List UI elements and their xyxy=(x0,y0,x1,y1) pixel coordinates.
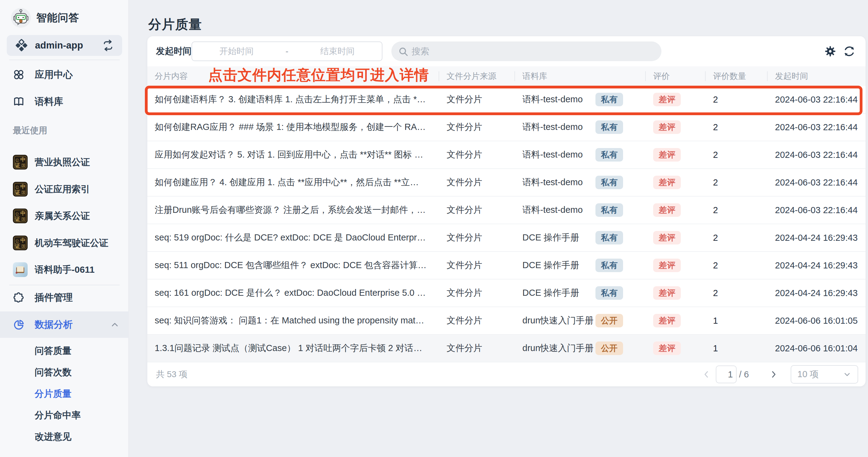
sidebar-item-label: 插件管理 xyxy=(35,291,73,304)
svg-text:国: 国 xyxy=(22,190,26,195)
corpus-cell: DCE 操作手册私有 xyxy=(515,231,646,245)
recent-section-label: 最近使用 xyxy=(13,125,47,136)
svg-text:公: 公 xyxy=(16,239,19,243)
chunk-source-cell: 文件分片 xyxy=(439,342,515,354)
chevron-up-icon[interactable] xyxy=(110,320,120,330)
chunk-content-cell[interactable]: 如何创建语料库？ 3. 创建语料库 1. 点击左上角打开主菜单，点击 **智能问… xyxy=(147,93,439,106)
divider xyxy=(9,60,120,60)
recent-item-label: 语料助手-0611 xyxy=(35,263,95,276)
page-number-input[interactable] xyxy=(716,366,737,383)
corpus-name: DCE 操作手册 xyxy=(522,232,595,244)
puzzle-icon xyxy=(13,292,25,304)
submenu-item-4[interactable]: 分片命中率 xyxy=(35,409,81,422)
corpus-cell: 语料-test-demo私有 xyxy=(515,148,646,162)
date-range-picker[interactable]: 开始时间 - 结束时间 xyxy=(191,41,382,61)
page-total-label: / 6 xyxy=(739,369,749,380)
recent-item[interactable]: 中 公 证 国 营业执照公证 xyxy=(0,149,129,176)
table-row[interactable]: seq: 511 orgDoc: DCE 包含哪些组件？ extDoc: DCE… xyxy=(147,252,866,280)
rating-badge: 差评 xyxy=(653,120,681,134)
start-time-cell: 2024-06-03 22:16:44 xyxy=(768,205,866,215)
column-header: 发起时间 xyxy=(768,70,866,82)
previous-page-icon[interactable] xyxy=(702,370,711,379)
corpus-cell: 语料-test-demo私有 xyxy=(515,203,646,217)
rating-cell: 差评 xyxy=(646,93,706,106)
page-size-select[interactable]: 10 项 xyxy=(790,365,858,383)
corpus-name: 语料-test-demo xyxy=(522,204,595,216)
visibility-badge: 私有 xyxy=(595,259,623,272)
svg-text:证: 证 xyxy=(15,163,20,168)
chunk-content-cell[interactable]: seq: 519 orgDoc: 什么是 DCE? extDoc: DCE 是 … xyxy=(147,232,439,244)
search-box xyxy=(391,41,661,61)
rating-badge: 差评 xyxy=(653,259,681,272)
svg-text:国: 国 xyxy=(22,163,26,168)
chunk-content-cell[interactable]: seq: 511 orgDoc: DCE 包含哪些组件？ extDoc: DCE… xyxy=(147,259,439,272)
table-row[interactable]: 应用如何发起对话？ 5. 对话 1. 回到应用中心，点击 **对话** 图标 <… xyxy=(147,141,866,169)
chunk-content-cell[interactable]: 如何创建应用？ 4. 创建应用 1. 点击 **应用中心**，然后点击 **立即… xyxy=(147,176,439,189)
rating-cell: 差评 xyxy=(646,176,706,189)
annotation-text: 点击文件内任意位置均可进入详情 xyxy=(208,65,429,85)
start-time-cell: 2024-06-03 22:16:44 xyxy=(768,122,866,132)
settings-gear-icon[interactable] xyxy=(824,45,836,57)
page-size-value: 10 项 xyxy=(797,368,818,380)
visibility-badge: 公开 xyxy=(595,342,623,355)
corpus-cell: 语料-test-demo私有 xyxy=(515,176,646,189)
recent-item[interactable]: 中 公 证 国 机动车驾驶证公证 xyxy=(0,229,129,256)
svg-text:证: 证 xyxy=(15,243,20,249)
next-page-icon[interactable] xyxy=(769,370,778,379)
table-row[interactable]: 注册Drun账号后会有哪些资源？ 注册之后，系统会发送一封邮件，点击邮件中...… xyxy=(147,197,866,224)
corpus-cell: 语料-test-demo私有 xyxy=(515,120,646,134)
visibility-badge: 私有 xyxy=(595,286,623,300)
start-time-placeholder[interactable]: 开始时间 xyxy=(192,46,281,57)
visibility-badge: 私有 xyxy=(595,176,623,189)
chunk-content-cell[interactable]: 应用如何发起对话？ 5. 对话 1. 回到应用中心，点击 **对话** 图标 <… xyxy=(147,149,439,161)
table-row[interactable]: 如何创建应用？ 4. 创建应用 1. 点击 **应用中心**，然后点击 **立即… xyxy=(147,169,866,197)
submenu-item-1[interactable]: 问答质量 xyxy=(35,345,71,357)
rating-cell: 差评 xyxy=(646,259,706,272)
submenu-item-2[interactable]: 问答次数 xyxy=(35,366,71,379)
rating-cell: 差评 xyxy=(646,231,706,245)
app-title: 智能问答 xyxy=(36,11,79,25)
chunk-source-cell: 文件分片 xyxy=(439,204,515,216)
sidebar-item-corpus[interactable]: 语料库 xyxy=(0,88,129,115)
sidebar-item-app-center[interactable]: 应用中心 xyxy=(0,61,129,88)
submenu-item-5[interactable]: 改进意见 xyxy=(35,431,71,443)
pie-chart-icon xyxy=(13,319,25,331)
table-body: 如何创建语料库？ 3. 创建语料库 1. 点击左上角打开主菜单，点击 **智能问… xyxy=(147,86,866,363)
content-card: 发起时间 开始时间 - 结束时间 xyxy=(147,36,866,387)
search-input[interactable] xyxy=(391,41,661,61)
switch-workspace-icon[interactable] xyxy=(102,39,114,52)
table-row[interactable]: seq: 161 orgDoc: DCE 是什么？ extDoc: DaoClo… xyxy=(147,280,866,307)
svg-text:中: 中 xyxy=(21,210,26,216)
end-time-placeholder[interactable]: 结束时间 xyxy=(293,46,382,57)
chunk-content-cell[interactable]: seq: 161 orgDoc: DCE 是什么？ extDoc: DaoClo… xyxy=(147,287,439,299)
recent-item[interactable]: 中 公 证 国 亲属关系公证 xyxy=(0,202,129,229)
submenu-item-3[interactable]: 分片质量 xyxy=(35,388,71,400)
chunk-content-cell[interactable]: 注册Drun账号后会有哪些资源？ 注册之后，系统会发送一封邮件，点击邮件中... xyxy=(147,204,439,216)
recent-item[interactable]: 中 公 证 国 公证应用索引 xyxy=(0,176,129,203)
chunk-source-cell: 文件分片 xyxy=(439,259,515,272)
rating-badge: 差评 xyxy=(653,203,681,217)
chunk-source-cell: 文件分片 xyxy=(439,232,515,244)
sidebar-item-data-analysis[interactable]: 数据分析 xyxy=(0,311,129,338)
pagination: / 6 10 项 xyxy=(702,365,858,383)
table-row[interactable]: 1.3.1问题记录 测试点（测试Case） 1 对话吐两个字后卡顿 2 对话生成… xyxy=(147,335,866,363)
svg-text:中: 中 xyxy=(21,237,26,243)
chunk-content-cell[interactable]: 如何创建RAG应用？ ### 场景 1: 使用本地模型服务，创建一个 RAG 应… xyxy=(147,121,439,133)
table-row[interactable]: seq: 519 orgDoc: 什么是 DCE? extDoc: DCE 是 … xyxy=(147,224,866,252)
chunk-content-cell[interactable]: 1.3.1问题记录 测试点（测试Case） 1 对话吐两个字后卡顿 2 对话生成… xyxy=(147,342,439,354)
sidebar-item-plugin[interactable]: 插件管理 xyxy=(0,284,129,311)
table-row[interactable]: seq: 知识问答游戏： 问题1：在 Matched using the pro… xyxy=(147,307,866,335)
rating-cell: 差评 xyxy=(646,120,706,134)
corpus-name: 语料-test-demo xyxy=(522,93,595,106)
recent-item[interactable]: 语料助手-0611 xyxy=(0,256,129,283)
table-row[interactable]: 如何创建语料库？ 3. 创建语料库 1. 点击左上角打开主菜单，点击 **智能问… xyxy=(147,86,866,114)
search-icon xyxy=(398,47,408,57)
visibility-badge: 私有 xyxy=(595,120,623,134)
book-icon xyxy=(13,96,25,108)
date-range-separator: - xyxy=(281,47,293,56)
table-row[interactable]: 如何创建RAG应用？ ### 场景 1: 使用本地模型服务，创建一个 RAG 应… xyxy=(147,114,866,141)
column-header: 语料库 xyxy=(515,70,646,82)
workspace-switcher[interactable]: admin-app xyxy=(7,35,122,56)
chunk-content-cell[interactable]: seq: 知识问答游戏： 问题1：在 Matched using the pro… xyxy=(147,314,439,327)
refresh-icon[interactable] xyxy=(843,45,856,57)
